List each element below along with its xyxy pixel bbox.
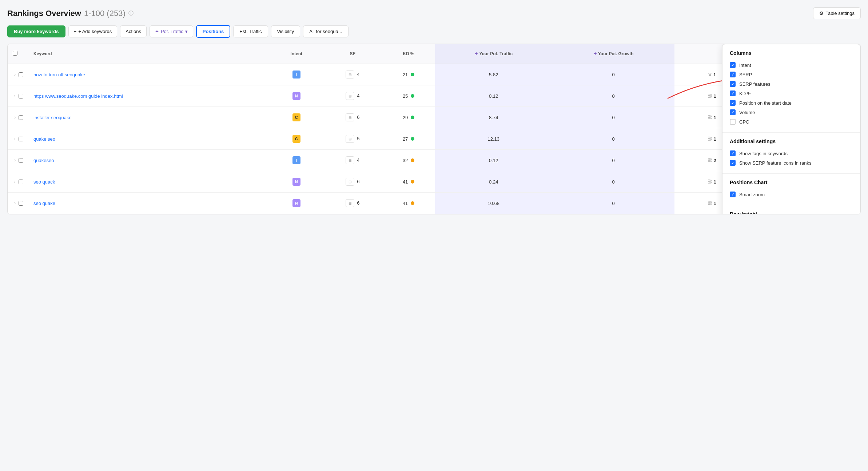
keyword-link[interactable]: installer seoquake [33,115,72,120]
th-sf: SF [323,44,382,64]
table-settings-button[interactable]: ⚙ Table settings [813,7,861,19]
row-pot-traffic: 0.12 [435,150,552,171]
intent-badge: C [292,135,300,143]
additional-item[interactable]: ✓ Show SERP feature icons in ranks [730,158,853,168]
column-item[interactable]: ✓ SERP [730,70,853,79]
column-label: SERP features [739,81,771,87]
row-expand-check: › [8,128,28,150]
sparkle-icon-th: ✦ [474,51,478,56]
expand-button[interactable]: › [13,200,17,206]
row-kd: 32 [382,150,435,171]
pot-growth-value: 0 [612,93,614,99]
column-checkbox[interactable] [730,119,736,125]
sf-value: 5 [357,136,359,141]
row-checkbox[interactable] [19,94,23,98]
column-item[interactable]: ✓ Intent [730,60,853,70]
pot-growth-value: 0 [612,72,614,77]
kd-value: 32 [403,158,408,163]
tab-positions[interactable]: Positions [196,25,231,38]
pos-icon-aug: ⛓ [708,115,712,120]
column-item[interactable]: ✓ Volume [730,108,853,117]
row-sf: ⊞ 4 [323,64,382,85]
sf-icon[interactable]: ⊞ [346,71,354,78]
additional-checkbox[interactable]: ✓ [730,150,736,156]
expand-button[interactable]: › [13,93,17,99]
row-expand-check: › [8,171,28,193]
row-intent: I [270,64,323,85]
add-keywords-button[interactable]: + + Add keywords [68,25,118,37]
column-checkbox[interactable]: ✓ [730,109,736,115]
row-keyword: how to turn off seoquake [28,64,270,85]
row-checkbox[interactable] [19,201,23,206]
row-expand-check: › [8,85,28,107]
row-kd: 29 [382,107,435,128]
intent-badge: C [292,113,300,121]
info-icon[interactable]: ⓘ [128,10,134,17]
sf-icon[interactable]: ⊞ [346,178,354,186]
row-expand-check: › [8,64,28,85]
actions-button[interactable]: Actions [120,25,147,37]
pos-icon-aug: ⛓ [708,179,712,184]
row-pot-traffic: 8.74 [435,107,552,128]
select-all-checkbox[interactable] [13,51,17,56]
pos-icon-aug: ⛓ [708,158,712,163]
keyword-link[interactable]: quake seo [33,136,55,142]
columns-section: Columns ✓ Intent ✓ SERP ✓ SERP features … [722,44,860,133]
row-checkbox[interactable] [19,158,23,163]
row-checkbox[interactable] [19,72,23,77]
additional-checkbox[interactable]: ✓ [730,160,736,166]
keyword-link[interactable]: quakeseo [33,158,54,163]
sf-icon[interactable]: ⊞ [346,135,354,143]
column-label: SERP [739,72,752,77]
sf-icon[interactable]: ⊞ [346,113,354,121]
column-item[interactable]: ✓ KD % [730,89,853,98]
pos-aug-value: 1 [714,179,716,185]
column-item[interactable]: ✓ Position on the start date [730,98,853,108]
row-checkbox[interactable] [19,115,23,120]
row-kd: 27 [382,128,435,150]
keyword-link[interactable]: how to turn off seoquake [33,72,85,77]
intent-badge: N [292,178,300,186]
sparkle-icon: ✦ [155,29,159,34]
positions-chart-checkbox[interactable]: ✓ [730,192,736,197]
buy-keywords-button[interactable]: Buy more keywords [7,25,65,37]
pos-icon-aug: ⛓ [708,201,712,206]
row-checkbox[interactable] [19,180,23,184]
row-checkbox[interactable] [19,137,23,141]
expand-button[interactable]: › [13,114,17,121]
page-wrapper: Rankings Overview 1-100 (253) ⓘ ⚙ Table … [0,0,868,471]
column-checkbox[interactable]: ✓ [730,62,736,68]
keyword-link[interactable]: seo quake [33,201,55,206]
tab-visibility[interactable]: Visibility [271,25,300,37]
pot-traffic-button[interactable]: ✦ Pot. Traffic ▾ [150,25,193,37]
tab-est-traffic[interactable]: Est. Traffic [233,25,268,37]
row-keyword: https www.seoquake.com guide index.html [28,85,270,107]
sf-icon[interactable]: ⊞ [346,199,354,207]
positions-chart-section: Positions Chart ✓ Smart zoom [722,174,860,205]
intent-badge: N [292,199,300,207]
kd-value: 21 [403,72,408,77]
sf-icon[interactable]: ⊞ [346,156,354,164]
column-checkbox[interactable]: ✓ [730,81,736,87]
column-checkbox[interactable]: ✓ [730,90,736,96]
additional-item[interactable]: ✓ Show tags in keywords [730,149,853,158]
sf-value: 4 [357,72,359,77]
expand-button[interactable]: › [13,157,17,164]
column-checkbox[interactable]: ✓ [730,100,736,106]
tab-all-for-seoqua[interactable]: All for seoqua... [303,25,348,37]
expand-button[interactable]: › [13,136,17,142]
expand-button[interactable]: › [13,71,17,78]
keyword-link[interactable]: seo quack [33,179,55,185]
positions-chart-title: Positions Chart [730,180,853,185]
expand-button[interactable]: › [13,178,17,185]
row-keyword: seo quack [28,171,270,193]
sf-value: 4 [357,93,359,98]
column-item[interactable]: ✓ SERP features [730,79,853,89]
pos-aug-value: 1 [714,93,716,99]
column-item[interactable]: CPC [730,117,853,126]
positions-chart-item[interactable]: ✓ Smart zoom [730,190,853,199]
sf-value: 6 [357,179,359,184]
sf-icon[interactable]: ⊞ [346,92,354,100]
column-checkbox[interactable]: ✓ [730,72,736,77]
keyword-link[interactable]: https www.seoquake.com guide index.html [33,93,123,99]
